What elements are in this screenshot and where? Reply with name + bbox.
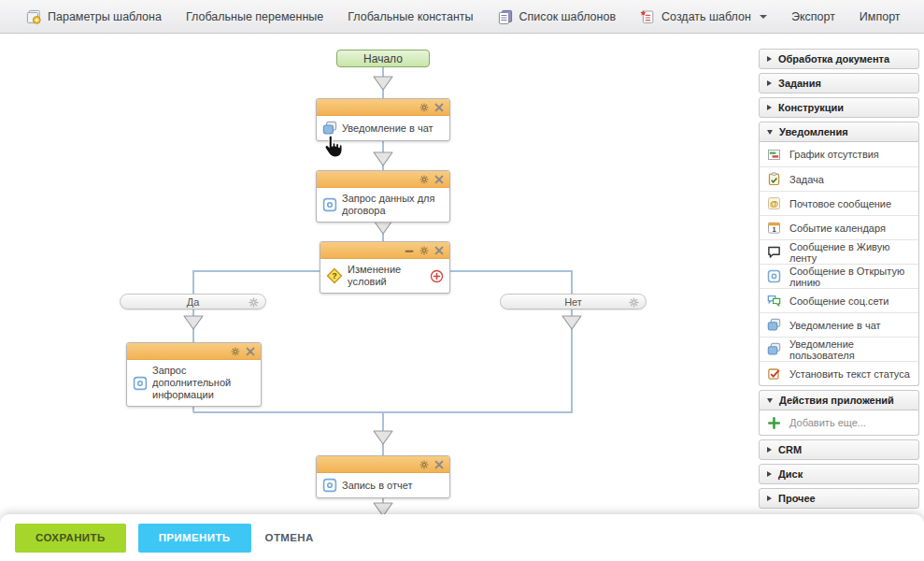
sidebar-item-add-more[interactable]: Добавить еще...	[760, 410, 918, 435]
section-header[interactable]: Прочее	[759, 488, 919, 509]
branch-settings-icon[interactable]	[629, 297, 639, 308]
section-header[interactable]: Конструкции	[759, 97, 919, 118]
block-body: Запись в отчет	[317, 473, 449, 497]
block-header	[320, 242, 449, 259]
item-label: Установить текст статуса	[789, 368, 910, 380]
section-label: Действия приложений	[779, 395, 894, 406]
sidebar-item-absence-chart[interactable]: График отсутствия	[760, 142, 918, 166]
item-label: Почтовое сообщение	[789, 198, 891, 209]
arrow-down-icon	[183, 315, 204, 330]
toolbar-item-global-constants[interactable]: Глобальные константы	[348, 10, 473, 23]
section-header[interactable]: Обработка документа	[759, 49, 919, 69]
arrow-down-icon	[373, 76, 393, 91]
toolbar-label: Создать шаблон	[661, 10, 751, 23]
connector-line	[193, 411, 573, 413]
toolbar-item-export[interactable]: Экспорт	[791, 10, 835, 23]
save-button[interactable]: СОХРАНИТЬ	[15, 524, 126, 553]
calendar-event-icon	[767, 221, 781, 235]
chevron-right-icon	[767, 105, 772, 110]
user-notification-icon	[767, 342, 781, 356]
section-label: Обработка документа	[778, 53, 889, 65]
arrow-down-icon	[373, 430, 393, 445]
item-label: Сообщение в Живую ленту	[789, 241, 911, 264]
condition-block[interactable]: Изменение условий	[320, 241, 450, 294]
sidebar-section-app-actions: Действия приложений Добавить еще...	[759, 390, 919, 436]
sidebar-item-task[interactable]: Задача	[760, 166, 918, 191]
block-settings-icon[interactable]	[419, 103, 429, 112]
block-body: Уведомление в чат	[317, 116, 449, 140]
sidebar-item-feed-message[interactable]: Сообщение в Живую ленту	[760, 239, 918, 264]
toolbar-item-global-variables[interactable]: Глобальные переменные	[186, 10, 323, 23]
section-header[interactable]: Уведомления	[759, 122, 919, 142]
block-delete-icon[interactable]	[434, 246, 444, 255]
task-icon	[767, 172, 781, 186]
block-header	[317, 171, 449, 188]
branch-settings-icon[interactable]	[249, 297, 259, 308]
openline-message-icon	[767, 269, 781, 283]
block-delete-icon[interactable]	[434, 103, 444, 112]
block-settings-icon[interactable]	[419, 246, 429, 255]
chevron-right-icon	[767, 80, 772, 86]
activity-block-chat-notification[interactable]: Уведомление в чат	[316, 98, 450, 141]
block-delete-icon[interactable]	[246, 347, 255, 356]
activity-block-request-data[interactable]: Запрос данных для договора	[316, 170, 450, 223]
chevron-right-icon	[767, 56, 772, 62]
toolbar-label: Глобальные переменные	[186, 10, 323, 23]
add-branch-icon[interactable]	[430, 269, 444, 283]
block-body: Изменение условий	[320, 259, 449, 293]
block-minimize-icon[interactable]	[405, 246, 414, 255]
block-title: Запрос данных для договора	[342, 193, 444, 217]
block-settings-icon[interactable]	[419, 460, 429, 469]
sidebar-section-tasks: Задания	[759, 73, 919, 94]
chat-notification-icon	[322, 121, 337, 136]
start-block[interactable]: Начало	[336, 50, 430, 67]
sidebar-item-social-message[interactable]: Сообщение соц.сети	[760, 288, 918, 312]
activity-block-request-more[interactable]: Запрос дополнительной информации	[126, 342, 262, 407]
sidebar-item-status-text[interactable]: Установить текст статуса	[760, 361, 918, 385]
branch-no[interactable]: Нет	[500, 294, 647, 309]
block-settings-icon[interactable]	[231, 347, 240, 356]
block-header	[317, 99, 449, 116]
block-title: Запрос дополнительной информации	[152, 365, 255, 401]
block-title: Запись в отчет	[342, 480, 413, 492]
item-label: Событие календаря	[789, 223, 886, 234]
connector-line	[571, 270, 573, 412]
chat-notification-icon	[767, 318, 781, 332]
block-settings-icon[interactable]	[419, 175, 429, 184]
sidebar-section-other: Прочее	[759, 488, 919, 509]
toolbar-item-template-list[interactable]: Список шаблонов	[498, 9, 617, 24]
activity-block-report-record[interactable]: Запись в отчет	[316, 455, 450, 498]
sidebar-item-calendar-event[interactable]: Событие календаря	[760, 215, 918, 239]
branch-label: Нет	[564, 296, 582, 308]
section-header[interactable]: Задания	[759, 73, 919, 94]
toolbar-item-template-params[interactable]: Параметры шаблона	[26, 9, 162, 24]
chevron-down-icon	[767, 130, 773, 135]
branch-yes[interactable]: Да	[120, 294, 266, 309]
sidebar-item-chat-notification[interactable]: Уведомление в чат	[760, 312, 918, 337]
chevron-right-icon	[767, 447, 772, 453]
toolbar-item-create-template[interactable]: Создать шаблон	[640, 9, 767, 24]
block-title: Изменение условий	[348, 264, 425, 288]
openline-icon	[322, 478, 337, 493]
footer-bar: СОХРАНИТЬ ПРИМЕНИТЬ ОТМЕНА	[0, 514, 924, 561]
sidebar-item-openline-message[interactable]: Сообщение в Открытую линию	[760, 264, 918, 288]
toolbar-item-import[interactable]: Импорт	[860, 10, 901, 23]
sidebar-item-mail-message[interactable]: Почтовое сообщение	[760, 191, 918, 215]
toolbar-label: Экспорт	[791, 10, 835, 23]
sidebar-section-document-processing: Обработка документа	[759, 49, 919, 69]
sidebar-section-constructions: Конструкции	[759, 97, 919, 118]
apply-button[interactable]: ПРИМЕНИТЬ	[138, 524, 251, 553]
block-delete-icon[interactable]	[434, 460, 444, 469]
top-toolbar: Параметры шаблона Глобальные переменные …	[0, 0, 924, 34]
cancel-button[interactable]: ОТМЕНА	[265, 532, 314, 543]
section-header[interactable]: CRM	[759, 439, 919, 460]
item-label: Уведомление пользователя	[789, 338, 911, 361]
block-title: Уведомление в чат	[342, 122, 434, 135]
section-header[interactable]: Действия приложений	[759, 390, 919, 410]
toolbar-label: Глобальные константы	[348, 10, 473, 23]
item-label: Сообщение в Открытую линию	[789, 266, 911, 288]
sidebar-item-user-notification[interactable]: Уведомление пользователя	[760, 337, 918, 361]
block-delete-icon[interactable]	[434, 175, 444, 184]
section-header[interactable]: Диск	[759, 464, 919, 484]
toolbar-label: Список шаблонов	[519, 10, 617, 23]
